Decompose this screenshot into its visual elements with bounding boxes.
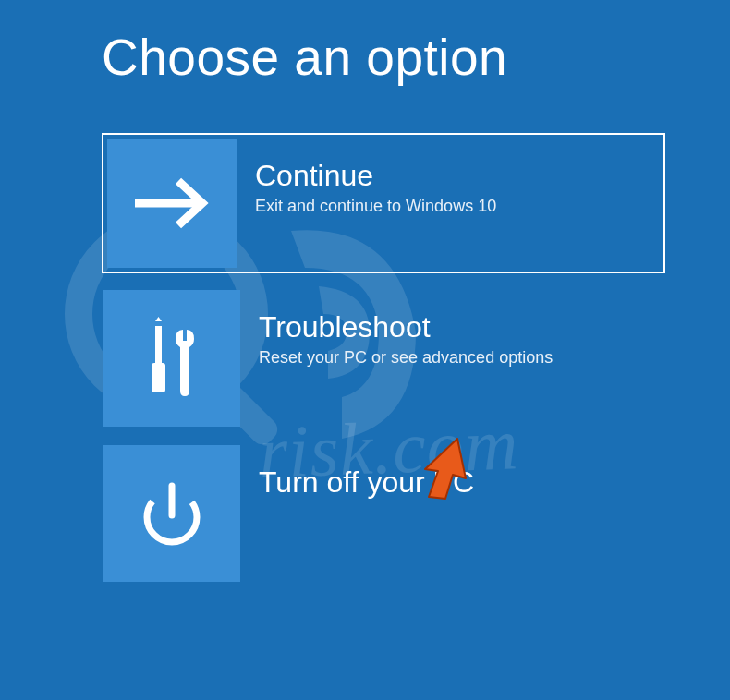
option-description: Exit and continue to Windows 10 xyxy=(255,197,496,216)
options-list: Continue Exit and continue to Windows 10… xyxy=(102,133,730,584)
tools-icon xyxy=(103,290,240,427)
option-troubleshoot[interactable]: Troubleshoot Reset your PC or see advanc… xyxy=(102,288,665,428)
option-title: Continue xyxy=(255,159,496,193)
option-title: Troubleshoot xyxy=(259,310,553,344)
svg-rect-3 xyxy=(155,326,162,363)
page-title: Choose an option xyxy=(102,28,730,87)
option-turn-off[interactable]: Turn off your PC xyxy=(102,443,665,584)
arrow-right-icon xyxy=(107,139,237,268)
option-continue[interactable]: Continue Exit and continue to Windows 10 xyxy=(102,133,665,273)
pointer-arrow-icon xyxy=(416,434,481,512)
power-icon xyxy=(103,445,240,582)
svg-rect-4 xyxy=(152,363,165,392)
option-description: Reset your PC or see advanced options xyxy=(259,348,553,368)
svg-marker-5 xyxy=(155,317,162,321)
